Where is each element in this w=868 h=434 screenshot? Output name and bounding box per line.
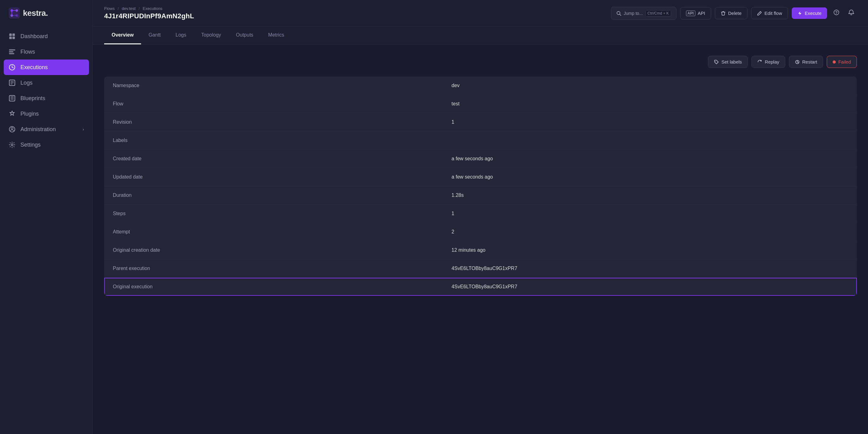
row-value: dev: [443, 76, 857, 95]
svg-rect-13: [9, 51, 13, 52]
jump-to-kbd: Ctrl/Cmd + K: [645, 10, 671, 17]
row-key: Original execution: [104, 278, 443, 296]
row-value: 12 minutes ago: [443, 241, 857, 259]
table-row: Updated datea few seconds ago: [104, 168, 857, 186]
sidebar: kestra. Dashboard: [0, 0, 93, 434]
row-key: Created date: [104, 150, 443, 168]
row-key: Revision: [104, 113, 443, 131]
delete-button[interactable]: Delete: [715, 7, 747, 19]
tab-topology[interactable]: Topology: [194, 27, 228, 44]
row-value[interactable]: 1: [443, 113, 857, 131]
row-value: [443, 131, 857, 150]
row-value[interactable]: 4SvE6LTOBby8auC9G1xPR7: [443, 259, 857, 278]
svg-rect-11: [12, 37, 15, 39]
logo-text: kestra.: [23, 8, 48, 18]
row-key: Attempt: [104, 223, 443, 241]
set-labels-button[interactable]: Set labels: [708, 56, 748, 68]
row-value: 1: [443, 205, 857, 223]
row-key: Parent execution: [104, 259, 443, 278]
help-button[interactable]: ?: [831, 7, 842, 20]
tab-gantt[interactable]: Gantt: [141, 27, 168, 44]
executions-icon: [9, 64, 16, 71]
table-row: Original execution4SvE6LTOBby8auC9G1xPR7: [104, 278, 857, 296]
table-row: Original creation date12 minutes ago: [104, 241, 857, 259]
edit-flow-label: Edit flow: [765, 10, 782, 16]
svg-rect-14: [9, 53, 14, 54]
settings-icon: [9, 142, 16, 148]
failed-button[interactable]: Failed: [827, 56, 857, 68]
breadcrumb-flows[interactable]: Flows: [104, 6, 115, 11]
breadcrumb-devtest[interactable]: dev.test: [122, 6, 136, 11]
edit-flow-button[interactable]: Edit flow: [751, 7, 788, 19]
tab-overview[interactable]: Overview: [104, 27, 141, 44]
breadcrumb-sep2: /: [138, 6, 140, 11]
logo-area: kestra.: [0, 7, 93, 29]
row-key: Labels: [104, 131, 443, 150]
svg-rect-20: [9, 95, 15, 101]
failed-label: Failed: [838, 59, 851, 64]
sidebar-nav: Dashboard Flows Executions: [0, 29, 93, 153]
replay-icon: [757, 60, 762, 64]
sidebar-item-plugins[interactable]: Plugins: [0, 106, 93, 122]
table-row: Steps1: [104, 205, 857, 223]
administration-chevron-icon: ›: [83, 127, 84, 132]
sidebar-item-flows[interactable]: Flows: [0, 44, 93, 60]
sidebar-item-executions[interactable]: Executions: [4, 60, 89, 75]
main-content: Flows / dev.test / Executions 4J1r4RIPUD…: [93, 0, 868, 434]
help-icon: ?: [833, 9, 839, 16]
sidebar-item-settings[interactable]: Settings: [0, 137, 93, 153]
sidebar-item-dashboard[interactable]: Dashboard: [0, 29, 93, 44]
breadcrumb: Flows / dev.test / Executions: [104, 6, 605, 11]
row-value: a few seconds ago: [443, 150, 857, 168]
api-label: API: [698, 10, 705, 16]
row-key: Steps: [104, 205, 443, 223]
row-key: Duration: [104, 186, 443, 205]
row-value[interactable]: 4SvE6LTOBby8auC9G1xPR7: [443, 278, 857, 296]
sidebar-item-label: Logs: [21, 80, 33, 86]
info-table: NamespacedevFlowtestRevision1LabelsCreat…: [104, 76, 857, 296]
svg-text:?: ?: [835, 10, 838, 15]
svg-line-28: [620, 14, 621, 16]
row-key: Flow: [104, 95, 443, 113]
sidebar-item-logs[interactable]: Logs: [0, 75, 93, 91]
table-row: Namespacedev: [104, 76, 857, 95]
set-labels-label: Set labels: [721, 59, 742, 64]
replay-button[interactable]: Replay: [751, 56, 785, 68]
breadcrumb-sep1: /: [118, 6, 119, 11]
plugins-icon: [9, 111, 16, 117]
table-row: Revision1: [104, 113, 857, 131]
row-value: test: [443, 95, 857, 113]
blueprints-icon: [9, 95, 16, 102]
tab-logs[interactable]: Logs: [168, 27, 194, 44]
jump-to-button[interactable]: Jump to... Ctrl/Cmd + K: [611, 7, 676, 20]
row-value: 1.28s: [443, 186, 857, 205]
row-value: 2: [443, 223, 857, 241]
table-row: Flowtest: [104, 95, 857, 113]
execute-button[interactable]: Execute: [792, 7, 827, 19]
sidebar-item-label: Dashboard: [21, 33, 48, 40]
content-area: Set labels Replay Restart Failed: [93, 44, 868, 434]
sidebar-item-administration[interactable]: Administration ›: [0, 122, 93, 137]
failed-dot: [833, 60, 836, 64]
svg-point-25: [11, 127, 13, 129]
svg-rect-9: [12, 33, 15, 36]
api-button[interactable]: API API: [680, 7, 711, 20]
restart-icon: [795, 60, 800, 64]
tab-outputs[interactable]: Outputs: [228, 27, 261, 44]
tab-metrics[interactable]: Metrics: [261, 27, 292, 44]
breadcrumb-executions[interactable]: Executions: [143, 6, 162, 11]
sidebar-item-label: Plugins: [21, 111, 39, 117]
dashboard-icon: [9, 33, 16, 40]
table-row: Created datea few seconds ago: [104, 150, 857, 168]
sidebar-item-blueprints[interactable]: Blueprints: [0, 91, 93, 106]
sidebar-item-label: Executions: [21, 64, 48, 71]
execute-label: Execute: [805, 10, 822, 16]
sidebar-item-label: Settings: [21, 142, 41, 148]
svg-rect-12: [9, 49, 15, 51]
row-key: Original creation date: [104, 241, 443, 259]
restart-button[interactable]: Restart: [789, 56, 823, 68]
label-icon: [714, 60, 719, 64]
row-key: Namespace: [104, 76, 443, 95]
svg-rect-8: [9, 33, 12, 36]
notifications-button[interactable]: [846, 7, 857, 20]
